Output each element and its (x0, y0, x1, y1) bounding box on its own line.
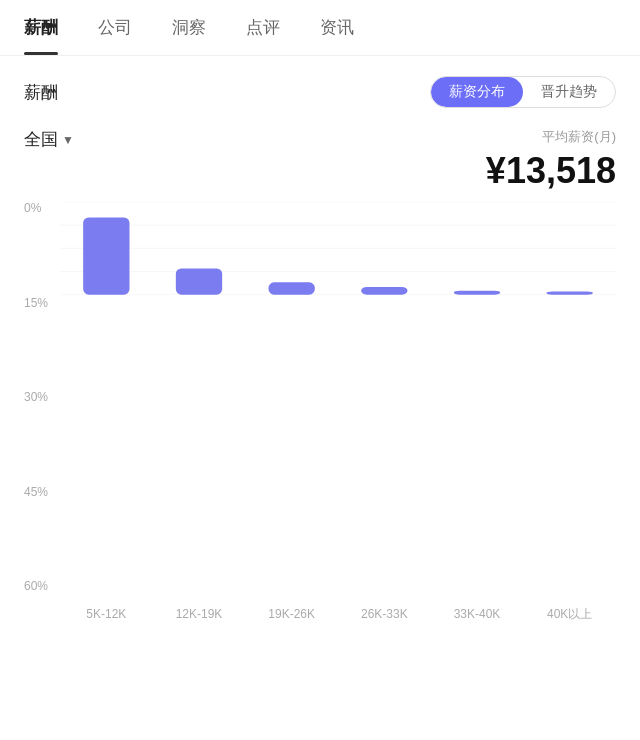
svg-rect-7 (269, 282, 315, 294)
location-row: 全国 ▼ 平均薪资(月) ¥13,518 (24, 128, 616, 192)
avg-salary-value: ¥13,518 (486, 150, 616, 192)
x-axis-label: 19K-26K (245, 607, 338, 621)
y-axis: 60%45%30%15%0% (24, 202, 60, 592)
section-header: 薪酬 薪资分布 晋升趋势 (24, 76, 616, 108)
content-area: 薪酬 薪资分布 晋升趋势 全国 ▼ 平均薪资(月) ¥13,518 60%45%… (0, 56, 640, 632)
svg-rect-10 (547, 292, 593, 295)
svg-rect-5 (83, 217, 129, 294)
tab-review[interactable]: 点评 (246, 0, 280, 55)
y-axis-label: 45% (24, 486, 60, 498)
toggle-distribution[interactable]: 薪资分布 (431, 77, 523, 107)
chart-container: 60%45%30%15%0% 5K-12K12K-19K19K-26K26K-3… (24, 202, 616, 632)
location-label: 全国 (24, 128, 58, 151)
svg-rect-6 (176, 268, 222, 294)
x-axis-label: 33K-40K (431, 607, 524, 621)
svg-rect-9 (454, 291, 500, 295)
y-axis-label: 30% (24, 391, 60, 403)
toggle-group: 薪资分布 晋升趋势 (430, 76, 616, 108)
chevron-down-icon: ▼ (62, 133, 74, 147)
x-axis-label: 26K-33K (338, 607, 431, 621)
y-axis-label: 60% (24, 580, 60, 592)
x-axis: 5K-12K12K-19K19K-26K26K-33K33K-40K40K以上 (60, 596, 616, 632)
y-axis-label: 15% (24, 297, 60, 309)
x-axis-label: 5K-12K (60, 607, 153, 621)
toggle-trend[interactable]: 晋升趋势 (523, 77, 615, 107)
tab-news[interactable]: 资讯 (320, 0, 354, 55)
avg-salary-label: 平均薪资(月) (486, 128, 616, 146)
x-axis-label: 40K以上 (523, 606, 616, 623)
y-axis-label: 0% (24, 202, 60, 214)
nav-tabs: 薪酬 公司 洞察 点评 资讯 (0, 0, 640, 56)
x-axis-label: 12K-19K (153, 607, 246, 621)
bar-chart (60, 202, 616, 295)
avg-salary-block: 平均薪资(月) ¥13,518 (486, 128, 616, 192)
section-title: 薪酬 (24, 81, 58, 104)
tab-company[interactable]: 公司 (98, 0, 132, 55)
svg-rect-8 (361, 287, 407, 295)
tab-salary[interactable]: 薪酬 (24, 0, 58, 55)
location-selector[interactable]: 全国 ▼ (24, 128, 74, 151)
tab-insight[interactable]: 洞察 (172, 0, 206, 55)
